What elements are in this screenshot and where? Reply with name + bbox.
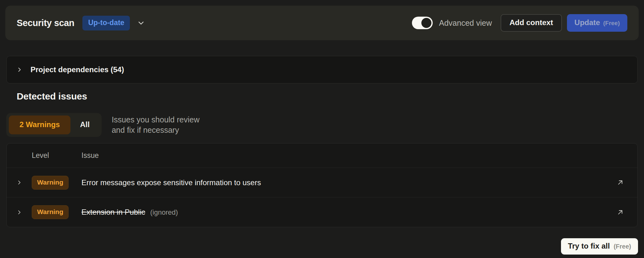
add-context-button[interactable]: Add context <box>501 14 562 32</box>
external-link-arrow-icon <box>616 178 625 187</box>
open-issue-button[interactable] <box>614 176 626 189</box>
row-expand-button[interactable] <box>14 177 25 188</box>
issue-column-header: Issue <box>81 151 99 160</box>
external-link-arrow-icon <box>616 208 625 217</box>
header-bar: Security scan Up-to-date Advanced view A… <box>5 6 639 40</box>
warning-level-badge: Warning <box>32 176 69 190</box>
advanced-view-toggle[interactable] <box>412 17 433 29</box>
chevron-down-icon <box>137 19 145 27</box>
issues-filter-tabs: 2 Warnings All <box>6 113 102 137</box>
project-dependencies-label: Project dependencies (54) <box>31 65 124 74</box>
advanced-view-label: Advanced view <box>439 19 492 28</box>
try-to-fix-all-button[interactable]: Try to fix all (Free) <box>561 238 638 255</box>
issue-title: Error messages expose sensitive informat… <box>81 178 261 187</box>
status-dropdown-button[interactable] <box>136 18 147 29</box>
table-row: Warning Error messages expose sensitive … <box>7 168 637 197</box>
open-issue-button[interactable] <box>614 206 626 218</box>
detected-issues-heading: Detected issues <box>17 91 644 102</box>
warning-level-badge: Warning <box>32 205 69 219</box>
tab-warnings[interactable]: 2 Warnings <box>9 116 70 134</box>
status-badge: Up-to-date <box>82 16 130 30</box>
issues-description: Issues you should review and fix if nece… <box>112 115 199 135</box>
issues-table: Level Issue Warning Error messages expos… <box>6 143 638 227</box>
chevron-right-icon <box>16 209 23 216</box>
update-free-badge: (Free) <box>603 20 620 27</box>
update-button-label: Update <box>575 18 600 27</box>
page-title: Security scan <box>17 18 74 28</box>
issues-description-line1: Issues you should review <box>112 115 199 125</box>
project-dependencies-expander[interactable]: Project dependencies (54) <box>6 56 638 83</box>
level-column-header: Level <box>32 151 49 160</box>
row-expand-button[interactable] <box>14 207 25 218</box>
issues-description-line2: and fix if necessary <box>112 125 199 135</box>
toggle-knob <box>421 18 431 28</box>
update-button[interactable]: Update (Free) <box>567 14 627 32</box>
ignored-status-label: (ignored) <box>150 208 178 217</box>
table-header-row: Level Issue <box>7 143 637 168</box>
tab-all[interactable]: All <box>70 116 99 134</box>
issue-title-ignored: Extension in Public <box>81 208 145 217</box>
fix-all-label: Try to fix all <box>568 242 610 250</box>
table-row: Warning Extension in Public (ignored) <box>7 197 637 227</box>
chevron-right-icon <box>16 179 23 186</box>
chevron-right-icon <box>16 66 23 73</box>
security-scan-page: Security scan Up-to-date Advanced view A… <box>0 6 644 258</box>
issues-filter-row: 2 Warnings All Issues you should review … <box>6 113 638 137</box>
fix-all-free-badge: (Free) <box>613 243 631 250</box>
header-actions: Advanced view Add context Update (Free) <box>412 14 627 32</box>
